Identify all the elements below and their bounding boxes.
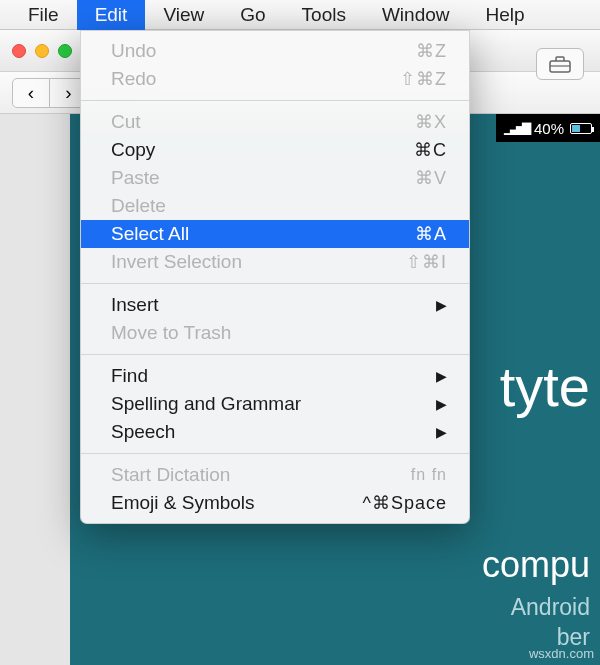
menu-item-start-dictation[interactable]: Start Dictation fn fn — [81, 461, 469, 489]
menubar-item-view[interactable]: View — [145, 0, 222, 30]
menu-item-shortcut: ⇧⌘Z — [400, 68, 447, 90]
menu-item-cut[interactable]: Cut ⌘X — [81, 108, 469, 136]
menu-item-label: Undo — [111, 40, 156, 62]
menu-item-label: Copy — [111, 139, 155, 161]
menu-item-label: Move to Trash — [111, 322, 231, 344]
page-heading-fragment: tyte — [500, 354, 590, 419]
menu-item-label: Redo — [111, 68, 156, 90]
chevron-left-icon: ‹ — [28, 82, 34, 104]
menubar-item-edit[interactable]: Edit — [77, 0, 146, 30]
menu-separator — [81, 100, 469, 101]
menu-separator — [81, 453, 469, 454]
menu-item-shortcut: ⌘A — [415, 223, 447, 245]
menu-item-label: Select All — [111, 223, 189, 245]
watermark: wsxdn.com — [529, 646, 594, 661]
menu-item-speech[interactable]: Speech ▶ — [81, 418, 469, 446]
menu-item-insert[interactable]: Insert ▶ — [81, 291, 469, 319]
menu-item-paste[interactable]: Paste ⌘V — [81, 164, 469, 192]
menu-item-find[interactable]: Find ▶ — [81, 362, 469, 390]
toolbox-icon — [549, 55, 571, 73]
menubar-item-file[interactable]: File — [10, 0, 77, 30]
menu-item-label: Cut — [111, 111, 141, 133]
edit-menu-dropdown: Undo ⌘Z Redo ⇧⌘Z Cut ⌘X Copy ⌘C Paste ⌘V… — [80, 30, 470, 524]
chevron-right-icon: › — [65, 82, 71, 104]
menu-item-copy[interactable]: Copy ⌘C — [81, 136, 469, 164]
page-subheading-fragment: compu — [482, 544, 590, 586]
back-button[interactable]: ‹ — [12, 78, 50, 108]
device-status-bar: ▁▃▅▇ 40% — [496, 114, 600, 142]
menubar-item-window[interactable]: Window — [364, 0, 468, 30]
menu-item-label: Paste — [111, 167, 160, 189]
menu-item-undo[interactable]: Undo ⌘Z — [81, 37, 469, 65]
menubar: File Edit View Go Tools Window Help — [0, 0, 600, 30]
menu-item-delete[interactable]: Delete — [81, 192, 469, 220]
menu-item-shortcut: fn fn — [411, 466, 447, 484]
menu-item-invert-selection[interactable]: Invert Selection ⇧⌘I — [81, 248, 469, 276]
menu-item-select-all[interactable]: Select All ⌘A — [81, 220, 469, 248]
submenu-arrow-icon: ▶ — [436, 297, 447, 313]
menu-item-label: Speech — [111, 421, 175, 443]
minimize-window-button[interactable] — [35, 44, 49, 58]
menu-item-label: Find — [111, 365, 148, 387]
menu-item-label: Spelling and Grammar — [111, 393, 301, 415]
toolbar-right-group — [536, 48, 584, 80]
menu-item-label: Start Dictation — [111, 464, 230, 486]
menu-item-label: Delete — [111, 195, 166, 217]
menu-item-redo[interactable]: Redo ⇧⌘Z — [81, 65, 469, 93]
menu-item-shortcut: ⇧⌘I — [406, 251, 447, 273]
battery-percent: 40% — [534, 120, 564, 137]
traffic-lights — [12, 44, 72, 58]
menubar-item-go[interactable]: Go — [222, 0, 283, 30]
menu-separator — [81, 354, 469, 355]
submenu-arrow-icon: ▶ — [436, 424, 447, 440]
menu-item-emoji-symbols[interactable]: Emoji & Symbols ^⌘Space — [81, 489, 469, 517]
toolbox-button[interactable] — [536, 48, 584, 80]
menu-item-label: Emoji & Symbols — [111, 492, 255, 514]
menu-item-shortcut: ⌘V — [415, 167, 447, 189]
nav-back-forward: ‹ › — [12, 78, 88, 108]
menu-item-move-to-trash[interactable]: Move to Trash — [81, 319, 469, 347]
menu-item-label: Insert — [111, 294, 159, 316]
submenu-arrow-icon: ▶ — [436, 368, 447, 384]
menu-separator — [81, 283, 469, 284]
menu-item-shortcut: ^⌘Space — [363, 492, 447, 514]
fullscreen-window-button[interactable] — [58, 44, 72, 58]
menu-item-shortcut: ⌘Z — [416, 40, 447, 62]
menubar-item-help[interactable]: Help — [468, 0, 543, 30]
menu-item-label: Invert Selection — [111, 251, 242, 273]
menu-item-shortcut: ⌘X — [415, 111, 447, 133]
battery-icon — [570, 123, 592, 134]
submenu-arrow-icon: ▶ — [436, 396, 447, 412]
menu-item-spelling-grammar[interactable]: Spelling and Grammar ▶ — [81, 390, 469, 418]
menubar-item-tools[interactable]: Tools — [284, 0, 364, 30]
close-window-button[interactable] — [12, 44, 26, 58]
page-line-fragment-1: Android — [511, 594, 590, 621]
signal-icon: ▁▃▅▇ — [504, 121, 528, 135]
menu-item-shortcut: ⌘C — [414, 139, 447, 161]
